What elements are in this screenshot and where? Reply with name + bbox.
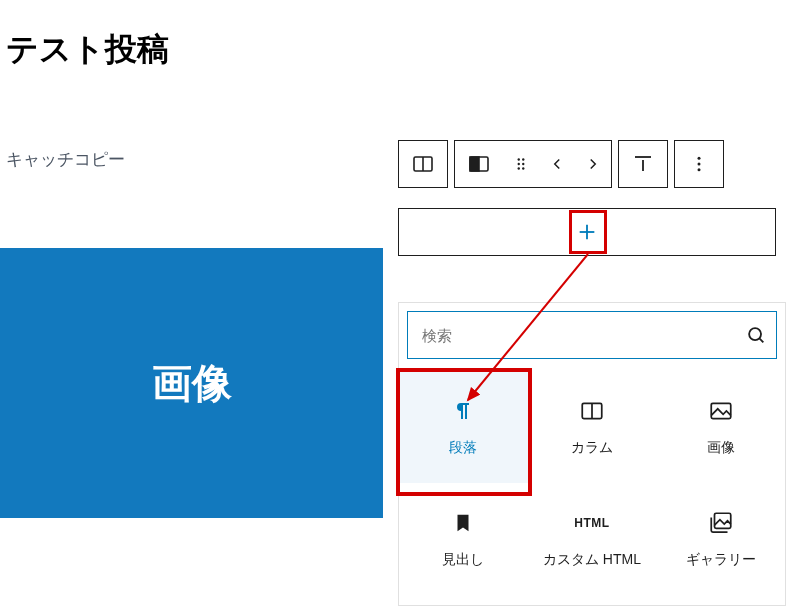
image-icon: [707, 397, 735, 425]
search-icon[interactable]: [744, 323, 768, 347]
block-item-heading[interactable]: 見出し: [399, 483, 528, 595]
svg-line-18: [760, 339, 764, 343]
block-item-columns[interactable]: カラム: [528, 371, 657, 483]
svg-rect-3: [470, 157, 479, 171]
toolbar-group-block: [398, 140, 448, 188]
more-vertical-icon[interactable]: [675, 141, 723, 187]
svg-point-14: [698, 168, 701, 171]
svg-point-13: [698, 163, 701, 166]
block-item-label: カスタム HTML: [543, 551, 641, 569]
svg-point-7: [522, 163, 524, 165]
columns-icon: [578, 397, 606, 425]
add-block-button[interactable]: [575, 220, 599, 244]
toolbar-group-controls: [454, 140, 612, 188]
image-block-label: 画像: [152, 356, 232, 411]
column-variation-icon[interactable]: [455, 141, 503, 187]
svg-point-9: [522, 167, 524, 169]
block-item-custom-html[interactable]: HTML カスタム HTML: [528, 483, 657, 595]
inserter-search[interactable]: [407, 311, 777, 359]
svg-point-6: [518, 163, 520, 165]
svg-point-8: [518, 167, 520, 169]
block-item-paragraph[interactable]: 段落: [399, 371, 528, 483]
svg-point-12: [698, 157, 701, 160]
block-inserter-panel: 段落 カラム 画像 見出: [398, 302, 786, 606]
chevron-left-icon[interactable]: [539, 141, 575, 187]
block-grid: 段落 カラム 画像 見出: [399, 367, 785, 605]
block-appender[interactable]: [398, 208, 776, 256]
pilcrow-icon: [449, 397, 477, 425]
block-item-label: 見出し: [442, 551, 484, 569]
gallery-icon: [707, 509, 735, 537]
block-item-label: カラム: [571, 439, 613, 457]
bookmark-icon: [449, 509, 477, 537]
block-toolbar: [398, 140, 724, 188]
block-item-image[interactable]: 画像: [656, 371, 785, 483]
drag-handle-icon[interactable]: [503, 141, 539, 187]
block-item-gallery[interactable]: ギャラリー: [656, 483, 785, 595]
page-title: テスト投稿: [6, 28, 790, 72]
toolbar-group-more: [674, 140, 724, 188]
image-block-placeholder[interactable]: 画像: [0, 248, 383, 518]
block-item-label: ギャラリー: [686, 551, 756, 569]
svg-point-17: [749, 328, 761, 340]
align-top-icon[interactable]: [619, 141, 667, 187]
svg-point-4: [518, 158, 520, 160]
html-icon: HTML: [578, 509, 606, 537]
block-item-label: 段落: [449, 439, 477, 457]
chevron-right-icon[interactable]: [575, 141, 611, 187]
toolbar-group-align: [618, 140, 668, 188]
block-item-label: 画像: [707, 439, 735, 457]
svg-point-5: [522, 158, 524, 160]
columns-icon[interactable]: [399, 141, 447, 187]
search-input[interactable]: [420, 326, 744, 345]
catchcopy-field[interactable]: キャッチコピー: [6, 148, 125, 171]
